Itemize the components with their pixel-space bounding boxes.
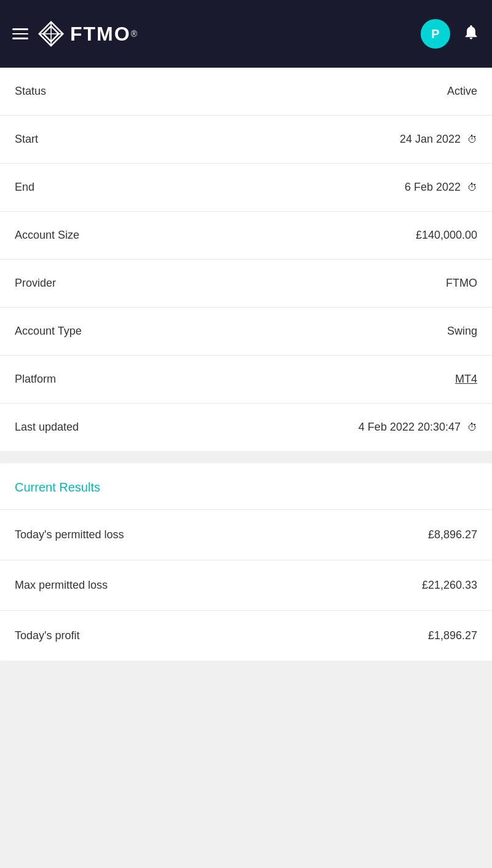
todays-profit-label: Today's profit: [15, 629, 80, 642]
todays-permitted-loss-row: Today's permitted loss £8,896.27: [0, 510, 492, 560]
hamburger-menu-button[interactable]: [12, 28, 28, 39]
last-updated-value: 4 Feb 2022 20:30:47 ⏱: [359, 421, 477, 434]
last-updated-row: Last updated 4 Feb 2022 20:30:47 ⏱: [0, 404, 492, 451]
account-type-row: Account Type Swing: [0, 308, 492, 356]
app-header: FTMO® P: [0, 0, 492, 68]
max-permitted-loss-label: Max permitted loss: [15, 579, 108, 592]
logo-container: FTMO®: [38, 21, 137, 47]
provider-row: Provider FTMO: [0, 260, 492, 308]
results-header: Current Results: [0, 463, 492, 510]
todays-permitted-loss-label: Today's permitted loss: [15, 528, 124, 541]
start-row: Start 24 Jan 2022 ⏱: [0, 116, 492, 164]
max-permitted-loss-value: £21,260.33: [422, 579, 477, 592]
results-title: Current Results: [15, 480, 100, 494]
status-label: Status: [15, 85, 46, 98]
header-right: P: [421, 19, 480, 49]
todays-profit-row: Today's profit £1,896.27: [0, 611, 492, 661]
end-value: 6 Feb 2022 ⏱: [405, 181, 477, 194]
end-clock-icon: ⏱: [467, 182, 477, 193]
todays-permitted-loss-value: £8,896.27: [428, 528, 477, 541]
main-content: Status Active Start 24 Jan 2022 ⏱ End 6 …: [0, 68, 492, 661]
start-label: Start: [15, 133, 38, 146]
logo-text-container: FTMO®: [70, 23, 137, 46]
account-type-value: Swing: [447, 325, 477, 338]
end-row: End 6 Feb 2022 ⏱: [0, 164, 492, 212]
account-size-row: Account Size £140,000.00: [0, 212, 492, 260]
start-clock-icon: ⏱: [467, 134, 477, 145]
avatar[interactable]: P: [421, 19, 450, 49]
end-label: End: [15, 181, 34, 194]
start-value: 24 Jan 2022 ⏱: [400, 133, 477, 146]
header-left: FTMO®: [12, 21, 137, 47]
account-size-label: Account Size: [15, 229, 79, 242]
bell-icon[interactable]: [462, 23, 480, 45]
account-size-value: £140,000.00: [416, 229, 477, 242]
status-row: Status Active: [0, 68, 492, 116]
provider-label: Provider: [15, 277, 56, 290]
platform-label: Platform: [15, 373, 56, 386]
logo-text: FTMO: [70, 23, 131, 45]
last-updated-clock-icon: ⏱: [467, 422, 477, 433]
provider-value: FTMO: [446, 277, 477, 290]
info-card: Status Active Start 24 Jan 2022 ⏱ End 6 …: [0, 68, 492, 451]
status-value: Active: [447, 85, 477, 98]
ftmo-logo-icon: [38, 21, 64, 47]
current-results-card: Current Results Today's permitted loss £…: [0, 463, 492, 661]
last-updated-label: Last updated: [15, 421, 79, 434]
max-permitted-loss-row: Max permitted loss £21,260.33: [0, 560, 492, 611]
platform-row: Platform MT4: [0, 356, 492, 404]
logo-reg: ®: [131, 28, 137, 38]
account-type-label: Account Type: [15, 325, 82, 338]
platform-value[interactable]: MT4: [455, 373, 477, 386]
todays-profit-value: £1,896.27: [428, 629, 477, 642]
